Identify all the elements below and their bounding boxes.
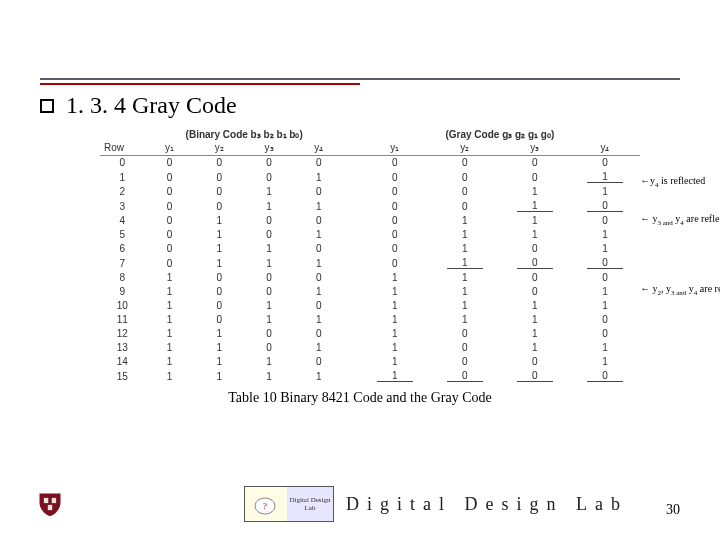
cell-row-index: 14 bbox=[100, 355, 145, 369]
cell-value: 1 bbox=[294, 228, 344, 242]
col-g-y4: y₄ bbox=[570, 141, 640, 156]
cell-value: 0 bbox=[294, 355, 344, 369]
title-row: 1. 3. 4 Gray Code bbox=[40, 92, 680, 119]
cell-value: 0 bbox=[500, 256, 570, 271]
shield-icon bbox=[36, 490, 64, 518]
cell-value: 0 bbox=[294, 271, 344, 285]
svg-rect-0 bbox=[44, 498, 48, 503]
cell-value: 1 bbox=[294, 285, 344, 299]
cell-value: 0 bbox=[430, 327, 500, 341]
bullet-box-icon bbox=[40, 99, 54, 113]
cell-value: 0 bbox=[194, 271, 244, 285]
cell-value: 1 bbox=[145, 327, 195, 341]
cell-value: 1 bbox=[294, 341, 344, 355]
cell-value: 1 bbox=[194, 228, 244, 242]
rule-red bbox=[40, 83, 360, 85]
cell-value: 0 bbox=[194, 170, 244, 185]
cell-row-index: 4 bbox=[100, 214, 145, 228]
cell-row-index: 9 bbox=[100, 285, 145, 299]
cell-value: 0 bbox=[360, 155, 430, 170]
table-row: 300110010 bbox=[100, 199, 640, 214]
cell-value: 0 bbox=[500, 369, 570, 384]
cell-value bbox=[344, 355, 360, 369]
cell-value bbox=[344, 369, 360, 384]
table-row: 000000000 bbox=[100, 155, 640, 170]
cell-value bbox=[344, 170, 360, 185]
annotation-3: ← y2, y3 and y4 are reflected bbox=[640, 283, 720, 297]
cell-value: 1 bbox=[244, 242, 294, 256]
cell-value: 0 bbox=[570, 369, 640, 384]
top-rules bbox=[40, 78, 680, 85]
cell-value: 0 bbox=[294, 242, 344, 256]
cell-value: 0 bbox=[500, 355, 570, 369]
table-row: 1110111110 bbox=[100, 313, 640, 327]
cell-row-index: 1 bbox=[100, 170, 145, 185]
cell-value: 0 bbox=[194, 299, 244, 313]
svg-text:?: ? bbox=[263, 501, 267, 511]
col-g-y3: y₃ bbox=[500, 141, 570, 156]
cell-value: 1 bbox=[360, 271, 430, 285]
col-b-y2: y₂ bbox=[194, 141, 244, 156]
footer-logo-label: Digital Design Lab bbox=[287, 487, 333, 521]
cell-value: 0 bbox=[430, 170, 500, 185]
cell-value: 1 bbox=[244, 369, 294, 384]
annotation-2: ← y3 and y4 are reflected bbox=[640, 213, 720, 227]
cell-value: 0 bbox=[294, 214, 344, 228]
cell-value: 1 bbox=[500, 199, 570, 214]
cell-value: 1 bbox=[500, 185, 570, 199]
cell-value: 1 bbox=[430, 228, 500, 242]
cell-row-index: 2 bbox=[100, 185, 145, 199]
cell-value: 0 bbox=[244, 285, 294, 299]
footer-brand: Digital Design Lab bbox=[346, 494, 628, 515]
table-row: 1010101111 bbox=[100, 299, 640, 313]
cell-value: 1 bbox=[145, 313, 195, 327]
cell-value: 0 bbox=[244, 327, 294, 341]
cell-value: 1 bbox=[145, 299, 195, 313]
cell-value bbox=[344, 199, 360, 214]
cell-value: 1 bbox=[360, 341, 430, 355]
cell-value: 1 bbox=[570, 341, 640, 355]
cell-value: 1 bbox=[294, 256, 344, 271]
table-wrap: (Binary Code b₃ b₂ b₁ b₀) (Gray Code g₃ … bbox=[100, 127, 640, 384]
cell-value: 0 bbox=[145, 214, 195, 228]
cell-value: 1 bbox=[430, 313, 500, 327]
cell-value: 0 bbox=[244, 170, 294, 185]
cell-row-index: 7 bbox=[100, 256, 145, 271]
cell-value: 1 bbox=[145, 369, 195, 384]
cell-value bbox=[344, 185, 360, 199]
cell-value: 1 bbox=[194, 369, 244, 384]
cell-value bbox=[344, 214, 360, 228]
col-b-y1: y₁ bbox=[145, 141, 195, 156]
cell-value: 1 bbox=[244, 199, 294, 214]
cell-value: 1 bbox=[430, 285, 500, 299]
cell-value: 0 bbox=[430, 341, 500, 355]
cell-value: 0 bbox=[570, 199, 640, 214]
cell-value: 1 bbox=[430, 242, 500, 256]
cell-value: 0 bbox=[500, 285, 570, 299]
cell-value: 1 bbox=[570, 170, 640, 185]
cell-value: 1 bbox=[194, 256, 244, 271]
cell-value: 1 bbox=[194, 214, 244, 228]
cell-value: 0 bbox=[145, 170, 195, 185]
cell-value: 1 bbox=[244, 355, 294, 369]
cell-value: 0 bbox=[145, 185, 195, 199]
cell-value: 1 bbox=[294, 199, 344, 214]
cell-value: 1 bbox=[500, 214, 570, 228]
cell-value bbox=[344, 299, 360, 313]
group-left-header: (Binary Code b₃ b₂ b₁ b₀) bbox=[145, 127, 344, 141]
slide: 1. 3. 4 Gray Code (Binary Code b₃ b₂ b₁ … bbox=[0, 0, 720, 540]
cell-value: 0 bbox=[194, 285, 244, 299]
cell-value: 0 bbox=[570, 155, 640, 170]
cell-row-index: 11 bbox=[100, 313, 145, 327]
col-row: Row bbox=[100, 141, 145, 156]
cell-value: 0 bbox=[360, 199, 430, 214]
cell-value: 0 bbox=[430, 355, 500, 369]
cell-value: 0 bbox=[430, 369, 500, 384]
cell-row-index: 15 bbox=[100, 369, 145, 384]
table-row: 401000110 bbox=[100, 214, 640, 228]
cell-value bbox=[344, 285, 360, 299]
cell-value: 1 bbox=[194, 341, 244, 355]
cell-value: 1 bbox=[294, 369, 344, 384]
cell-row-index: 3 bbox=[100, 199, 145, 214]
cell-value: 0 bbox=[145, 242, 195, 256]
